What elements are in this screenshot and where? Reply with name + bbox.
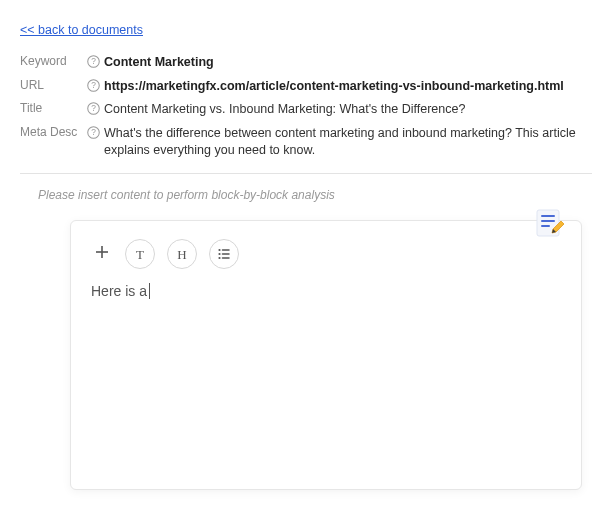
meta-value-keyword: Content Marketing — [104, 54, 592, 72]
document-panel: << back to documents Keyword ? Content M… — [20, 20, 592, 490]
list-block-button[interactable] — [209, 239, 239, 269]
text-block-button[interactable]: T — [125, 239, 155, 269]
meta-value-metadesc: What's the difference between content ma… — [104, 125, 592, 160]
svg-text:?: ? — [91, 103, 96, 113]
svg-text:?: ? — [91, 127, 96, 137]
svg-text:T: T — [136, 246, 144, 261]
meta-row-keyword: Keyword ? Content Marketing — [20, 51, 592, 75]
editor-text: Here is a — [91, 283, 147, 299]
help-icon[interactable]: ? — [82, 78, 104, 92]
svg-text:H: H — [177, 246, 186, 261]
heading-block-button[interactable]: H — [167, 239, 197, 269]
divider — [20, 173, 592, 174]
editor-card: T H Here is a — [70, 220, 582, 490]
meta-row-metadesc: Meta Desc ? What's the difference betwee… — [20, 122, 592, 163]
note-edit-icon[interactable] — [534, 206, 568, 244]
text-cursor — [149, 283, 150, 299]
meta-label: Meta Desc — [20, 125, 82, 139]
meta-label: Keyword — [20, 54, 82, 68]
editor-section: T H Here is a — [20, 220, 592, 490]
editor-content-area[interactable]: Here is a — [91, 283, 561, 299]
meta-label: Title — [20, 101, 82, 115]
svg-point-18 — [218, 252, 220, 254]
add-block-button[interactable] — [91, 242, 113, 265]
help-icon[interactable]: ? — [82, 54, 104, 68]
meta-value-url: https://marketingfx.com/article/content-… — [104, 78, 592, 96]
help-icon[interactable]: ? — [82, 125, 104, 139]
help-icon[interactable]: ? — [82, 101, 104, 115]
meta-row-url: URL ? https://marketingfx.com/article/co… — [20, 75, 592, 99]
meta-value-title: Content Marketing vs. Inbound Marketing:… — [104, 101, 592, 119]
svg-point-16 — [218, 248, 220, 250]
editor-toolbar: T H — [91, 239, 561, 269]
analysis-placeholder-text: Please insert content to perform block-b… — [38, 188, 592, 202]
back-to-documents-link[interactable]: << back to documents — [20, 23, 143, 37]
svg-text:?: ? — [91, 80, 96, 90]
meta-row-title: Title ? Content Marketing vs. Inbound Ma… — [20, 98, 592, 122]
meta-label: URL — [20, 78, 82, 92]
document-meta-table: Keyword ? Content Marketing URL ? https:… — [20, 51, 592, 163]
svg-point-20 — [218, 256, 220, 258]
svg-text:?: ? — [91, 56, 96, 66]
